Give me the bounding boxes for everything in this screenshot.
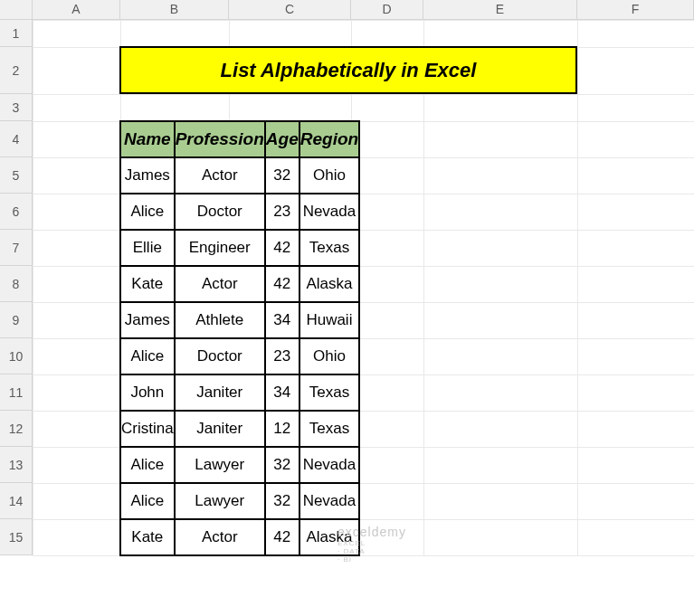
table-row: AliceLawyer32Nevada [120, 447, 359, 483]
row-header-8[interactable]: 8 [0, 266, 33, 302]
row-header-1[interactable]: 1 [0, 20, 33, 47]
table-cell[interactable]: Kate [120, 266, 175, 302]
table-cell[interactable]: Nevada [299, 194, 359, 230]
table-cell[interactable]: Alice [120, 447, 175, 483]
title-cell[interactable]: List Alphabetically in Excel [119, 46, 577, 94]
table-cell[interactable]: Kate [120, 519, 175, 555]
row-header-4[interactable]: 4 [0, 121, 33, 157]
table-cell[interactable]: 34 [265, 302, 299, 338]
table-cell[interactable]: Ellie [120, 230, 175, 266]
row-header-12[interactable]: 12 [0, 411, 33, 447]
table-cell[interactable]: Athlete [175, 302, 265, 338]
column-header-C[interactable]: C [229, 0, 351, 19]
table-cell[interactable]: Alaska [299, 266, 359, 302]
table-cell[interactable]: Texas [299, 411, 359, 447]
table-cell[interactable]: Actor [175, 157, 265, 194]
table-cell[interactable]: 42 [265, 519, 299, 555]
row-header-5[interactable]: 5 [0, 157, 33, 194]
table-header-row: NameProfessionAgeRegion [120, 121, 359, 157]
table-header-age[interactable]: Age [265, 121, 299, 157]
column-header-E[interactable]: E [423, 0, 577, 19]
table-cell[interactable]: James [120, 157, 175, 194]
row-headers: 123456789101112131415 [0, 20, 33, 555]
title-text: List Alphabetically in Excel [221, 59, 477, 82]
table-cell[interactable]: Doctor [175, 338, 265, 374]
table-cell[interactable]: John [120, 374, 175, 411]
row-header-10[interactable]: 10 [0, 338, 33, 374]
table-cell[interactable]: Janiter [175, 411, 265, 447]
table-row: JamesAthlete34Huwaii [120, 302, 359, 338]
table-cell[interactable]: 42 [265, 230, 299, 266]
table-cell[interactable]: Lawyer [175, 447, 265, 483]
table-cell[interactable]: Texas [299, 230, 359, 266]
row-header-3[interactable]: 3 [0, 94, 33, 121]
table-cell[interactable]: Alice [120, 483, 175, 519]
table-cell[interactable]: Alaska [299, 519, 359, 555]
row-header-6[interactable]: 6 [0, 194, 33, 230]
row-header-13[interactable]: 13 [0, 447, 33, 483]
row-header-11[interactable]: 11 [0, 374, 33, 411]
table-cell[interactable]: Actor [175, 266, 265, 302]
row-header-9[interactable]: 9 [0, 302, 33, 338]
column-header-A[interactable]: A [33, 0, 120, 19]
table-row: AliceDoctor23Nevada [120, 194, 359, 230]
table-cell[interactable]: Actor [175, 519, 265, 555]
table-cell[interactable]: Nevada [299, 483, 359, 519]
table-row: KateActor42Alaska [120, 519, 359, 555]
table-cell[interactable]: Lawyer [175, 483, 265, 519]
table-cell[interactable]: Cristina [120, 411, 175, 447]
table-cell[interactable]: Alice [120, 338, 175, 374]
table-cell[interactable]: 42 [265, 266, 299, 302]
column-headers: ABCDEF [0, 0, 694, 20]
row-header-2[interactable]: 2 [0, 47, 33, 94]
table-cell[interactable]: Ohio [299, 338, 359, 374]
table-row: JohnJaniter34Texas [120, 374, 359, 411]
spreadsheet: ABCDEF 123456789101112131415 List Alphab… [0, 0, 694, 616]
table-cell[interactable]: 32 [265, 447, 299, 483]
data-table: NameProfessionAgeRegion JamesActor32Ohio… [119, 120, 360, 556]
table-row: CristinaJaniter12Texas [120, 411, 359, 447]
table-row: AliceLawyer32Nevada [120, 483, 359, 519]
column-header-F[interactable]: F [577, 0, 694, 19]
table-row: JamesActor32Ohio [120, 157, 359, 194]
table-header-profession[interactable]: Profession [175, 121, 265, 157]
column-header-D[interactable]: D [351, 0, 423, 19]
table-cell[interactable]: 23 [265, 338, 299, 374]
table-row: KateActor42Alaska [120, 266, 359, 302]
table-cell[interactable]: Huwaii [299, 302, 359, 338]
table-cell[interactable]: 34 [265, 374, 299, 411]
table-cell[interactable]: Ohio [299, 157, 359, 194]
table-cell[interactable]: Janiter [175, 374, 265, 411]
table-cell[interactable]: 23 [265, 194, 299, 230]
table-cell[interactable]: Doctor [175, 194, 265, 230]
row-header-14[interactable]: 14 [0, 483, 33, 519]
row-header-15[interactable]: 15 [0, 519, 33, 555]
table-cell[interactable]: 32 [265, 157, 299, 194]
table-header-name[interactable]: Name [120, 121, 175, 157]
table-row: EllieEngineer42Texas [120, 230, 359, 266]
table-cell[interactable]: 32 [265, 483, 299, 519]
select-all-corner[interactable] [0, 0, 33, 19]
table-cell[interactable]: Nevada [299, 447, 359, 483]
table-header-region[interactable]: Region [299, 121, 359, 157]
table-cell[interactable]: Texas [299, 374, 359, 411]
table-cell[interactable]: 12 [265, 411, 299, 447]
table-row: AliceDoctor23Ohio [120, 338, 359, 374]
table-cell[interactable]: James [120, 302, 175, 338]
table-cell[interactable]: Engineer [175, 230, 265, 266]
row-header-7[interactable]: 7 [0, 230, 33, 266]
table-cell[interactable]: Alice [120, 194, 175, 230]
column-header-B[interactable]: B [120, 0, 229, 19]
